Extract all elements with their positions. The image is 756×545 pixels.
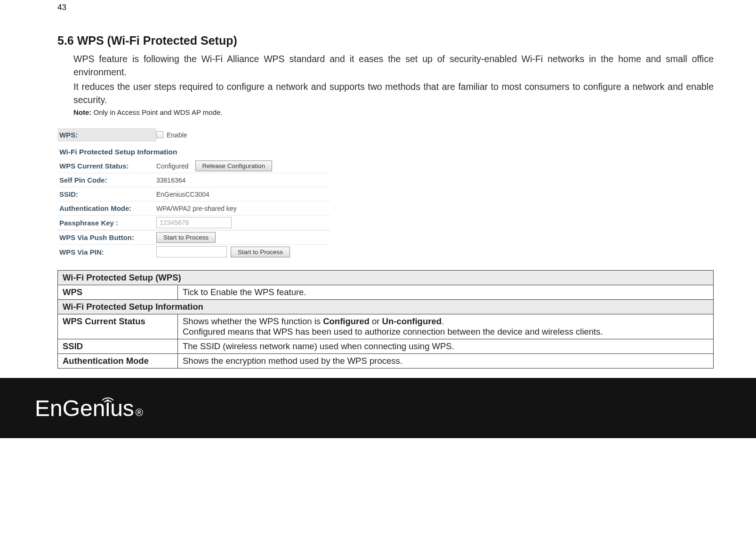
cur-desc-b2: Un-configured	[382, 316, 442, 326]
auth-mode-label: Authentication Mode:	[57, 204, 156, 212]
table-desc-wps: Tick to Enable the WPS feature.	[178, 285, 714, 300]
table-header-info: Wi-Fi Protected Setup Information	[58, 300, 714, 314]
paragraph-2: It reduces the user steps required to co…	[73, 80, 714, 107]
start-process-pin-button[interactable]: Start to Process	[231, 247, 290, 257]
start-process-push-button[interactable]: Start to Process	[156, 232, 216, 243]
ssid-value: EnGeniusCC3004	[156, 191, 209, 198]
table-desc-auth-mode: Shows the encryption method used by the …	[178, 354, 714, 369]
footer-bar: EnGenius®	[0, 378, 756, 438]
cur-desc-pre: Shows whether the WPS function is	[183, 316, 323, 326]
cur-desc-line2: Configured means that WPS has been used …	[183, 327, 603, 337]
cur-desc-post: .	[442, 316, 444, 326]
cur-desc-mid: or	[370, 316, 382, 326]
table-desc-current-status: Shows whether the WPS function is Config…	[178, 314, 714, 339]
svg-point-0	[107, 402, 109, 404]
table-key-current-status: WPS Current Status	[58, 314, 178, 339]
auth-mode-value: WPA/WPA2 pre-shared key	[156, 205, 237, 212]
registered-trademark-icon: ®	[136, 407, 143, 419]
paragraph-1: WPS feature is following the Wi-Fi Allia…	[73, 52, 714, 79]
wps-current-status-value: Configured	[156, 162, 189, 170]
wps-push-button-label: WPS Via Push Button:	[57, 233, 156, 241]
logo-part-en: En	[35, 395, 63, 421]
logo-part-i: i	[105, 395, 110, 421]
logo-part-gen: Gen	[63, 395, 105, 421]
passphrase-label: Passphrase Key :	[57, 219, 156, 227]
wps-enable-checkbox[interactable]	[156, 131, 163, 138]
cur-desc-b1: Configured	[323, 316, 370, 326]
note: Note: Only in Access Point and WDS AP mo…	[73, 108, 714, 116]
note-label: Note:	[73, 108, 94, 116]
table-desc-ssid: The SSID (wireless network name) used wh…	[178, 339, 714, 354]
table-key-ssid: SSID	[58, 339, 178, 354]
wps-info-heading: Wi-Fi Protected Setup Information	[57, 143, 330, 159]
table-key-wps: WPS	[58, 285, 178, 300]
engenius-logo: EnGenius®	[35, 395, 143, 421]
wps-pin-label: WPS Via PIN:	[57, 248, 156, 256]
section-heading: 5.6 WPS (Wi-Fi Protected Setup)	[57, 34, 714, 48]
page-number: 43	[57, 3, 714, 12]
wifi-icon	[101, 383, 114, 409]
ssid-label: SSID:	[57, 190, 156, 198]
release-configuration-button[interactable]: Release Configuration	[195, 160, 273, 171]
table-key-auth-mode: Authentication Mode	[58, 354, 178, 369]
table-header-wps: Wi-Fi Protected Setup (WPS)	[58, 271, 714, 285]
passphrase-input[interactable]: 12345678	[156, 217, 232, 228]
note-body: Only in Access Point and WDS AP mode.	[94, 108, 223, 116]
wps-enable-label: Enable	[167, 131, 187, 139]
wps-current-status-label: WPS Current Status:	[57, 162, 156, 170]
self-pin-label: Self Pin Code:	[57, 176, 156, 184]
self-pin-value: 33816364	[156, 176, 185, 184]
wps-label: WPS:	[57, 128, 156, 142]
wps-description-table: Wi-Fi Protected Setup (WPS) WPS Tick to …	[57, 270, 714, 369]
wps-pin-input[interactable]	[156, 246, 227, 257]
wps-config-panel: WPS: Enable Wi-Fi Protected Setup Inform…	[57, 127, 330, 259]
